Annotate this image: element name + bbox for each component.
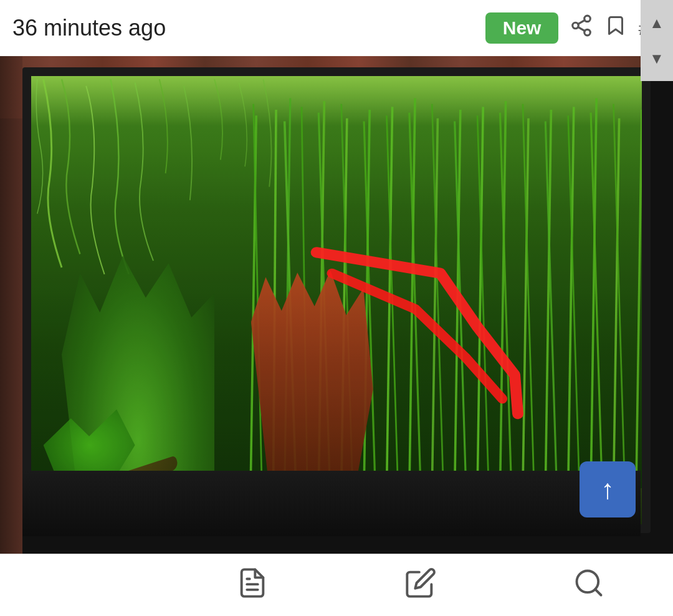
bottom-nav — [0, 554, 673, 616]
svg-line-43 — [595, 589, 601, 595]
svg-line-4 — [578, 20, 585, 24]
image-container: ↑ — [0, 56, 673, 599]
brick-wall-left — [0, 56, 22, 599]
floating-plants — [31, 79, 275, 281]
scroll-controls: ▲ ▼ — [641, 0, 673, 81]
scroll-up-button[interactable]: ▲ — [649, 14, 664, 32]
svg-line-39 — [636, 110, 642, 490]
header: 36 minutes ago New #1 — [0, 0, 673, 56]
svg-line-3 — [578, 27, 585, 31]
compose-icon — [404, 567, 437, 604]
search-icon — [573, 567, 605, 604]
share-icon[interactable] — [570, 14, 593, 42]
nav-item-compose[interactable] — [336, 567, 505, 604]
upload-icon: ↑ — [601, 474, 614, 505]
header-right: New #1 — [485, 12, 661, 44]
aquarium — [22, 67, 651, 533]
timestamp: 36 minutes ago — [12, 15, 166, 41]
bookmark-icon[interactable] — [604, 14, 627, 42]
new-badge[interactable]: New — [485, 12, 559, 44]
nav-item-document[interactable] — [168, 567, 336, 604]
header-left: 36 minutes ago — [12, 15, 166, 41]
tank-stand — [22, 471, 641, 536]
nav-item-search[interactable] — [505, 567, 673, 604]
document-icon — [236, 567, 269, 604]
upload-button[interactable]: ↑ — [580, 461, 636, 517]
scroll-down-button[interactable]: ▼ — [649, 50, 664, 67]
